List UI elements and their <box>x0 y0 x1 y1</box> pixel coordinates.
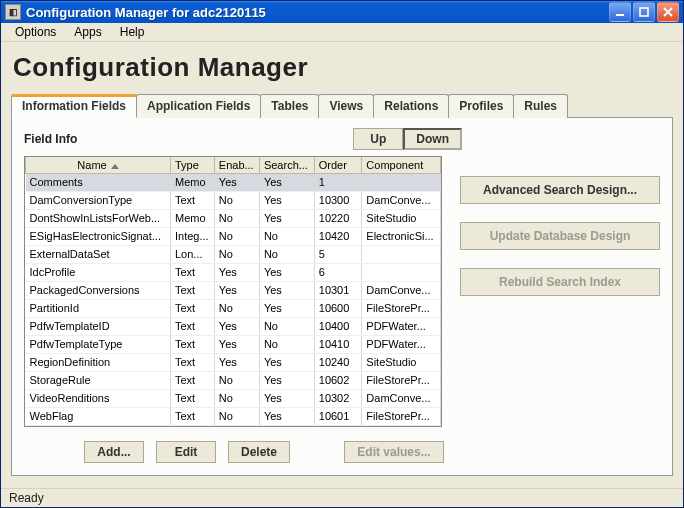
cell-enabled: No <box>214 228 259 246</box>
rebuild-search-index-button[interactable]: Rebuild Search Index <box>460 268 660 296</box>
field-table[interactable]: NameTypeEnab...Search...OrderComponent C… <box>24 156 442 427</box>
cell-name: ExternalDataSet <box>26 246 171 264</box>
cell-enabled: Yes <box>214 174 259 192</box>
cell-component <box>362 174 441 192</box>
cell-type: Text <box>171 372 215 390</box>
cell-name: PdfwTemplateID <box>26 318 171 336</box>
cell-searchable: Yes <box>259 174 314 192</box>
table-body: CommentsMemoYesYes1DamConversionTypeText… <box>26 174 441 426</box>
cell-order: 10220 <box>314 210 362 228</box>
cell-name: PdfwTemplateType <box>26 336 171 354</box>
cell-name: Comments <box>26 174 171 192</box>
cell-order: 10302 <box>314 390 362 408</box>
cell-searchable: No <box>259 318 314 336</box>
maximize-button[interactable] <box>633 2 655 22</box>
table-row[interactable]: DontShowInListsForWeb...MemoNoYes10220Si… <box>26 210 441 228</box>
cell-order: 10240 <box>314 354 362 372</box>
table-row[interactable]: PackagedConversionsTextYesYes10301DamCon… <box>26 282 441 300</box>
table-row[interactable]: PdfwTemplateTypeTextYesNo10410PDFWater..… <box>26 336 441 354</box>
table-row[interactable]: ExternalDataSetLon...NoNo5 <box>26 246 441 264</box>
column-header[interactable]: Type <box>171 157 215 174</box>
status-text: Ready <box>9 491 44 505</box>
cell-order: 10410 <box>314 336 362 354</box>
table-header-row: NameTypeEnab...Search...OrderComponent <box>26 157 441 174</box>
tab-information-fields[interactable]: Information Fields <box>11 94 137 118</box>
table-row[interactable]: VideoRenditionsTextNoYes10302DamConve... <box>26 390 441 408</box>
window-controls <box>609 2 679 22</box>
minimize-button[interactable] <box>609 2 631 22</box>
cell-type: Integ... <box>171 228 215 246</box>
cell-order: 10300 <box>314 192 362 210</box>
table-row[interactable]: DamConversionTypeTextNoYes10300DamConve.… <box>26 192 441 210</box>
cell-searchable: Yes <box>259 282 314 300</box>
cell-name: IdcProfile <box>26 264 171 282</box>
cell-component: FileStorePr... <box>362 372 441 390</box>
tab-relations[interactable]: Relations <box>373 94 449 118</box>
edit-button[interactable]: Edit <box>156 441 216 463</box>
cell-enabled: Yes <box>214 354 259 372</box>
menu-options[interactable]: Options <box>7 23 64 41</box>
delete-button[interactable]: Delete <box>228 441 290 463</box>
cell-type: Lon... <box>171 246 215 264</box>
cell-searchable: No <box>259 336 314 354</box>
cell-name: VideoRenditions <box>26 390 171 408</box>
table-row[interactable]: IdcProfileTextYesYes6 <box>26 264 441 282</box>
tab-views[interactable]: Views <box>318 94 374 118</box>
main-row: NameTypeEnab...Search...OrderComponent C… <box>24 156 660 427</box>
table-row[interactable]: PartitionIdTextNoYes10600FileStorePr... <box>26 300 441 318</box>
tab-application-fields[interactable]: Application Fields <box>136 94 261 118</box>
cell-searchable: No <box>259 246 314 264</box>
table-row[interactable]: RegionDefinitionTextYesYes10240SiteStudi… <box>26 354 441 372</box>
menu-help[interactable]: Help <box>112 23 153 41</box>
cell-component: PDFWater... <box>362 336 441 354</box>
table-row[interactable]: WebFlagTextNoYes10601FileStorePr... <box>26 408 441 426</box>
cell-searchable: Yes <box>259 192 314 210</box>
cell-searchable: Yes <box>259 300 314 318</box>
cell-order: 10600 <box>314 300 362 318</box>
table-row[interactable]: ESigHasElectronicSignat...Integ...NoNo10… <box>26 228 441 246</box>
cell-name: PackagedConversions <box>26 282 171 300</box>
tab-tables[interactable]: Tables <box>260 94 319 118</box>
cell-type: Text <box>171 408 215 426</box>
table-row[interactable]: PdfwTemplateIDTextYesNo10400PDFWater... <box>26 318 441 336</box>
column-header[interactable]: Name <box>26 157 171 174</box>
add-button[interactable]: Add... <box>84 441 144 463</box>
column-header[interactable]: Search... <box>259 157 314 174</box>
content-area: Configuration Manager Information Fields… <box>1 42 683 488</box>
cell-component: FileStorePr... <box>362 408 441 426</box>
reorder-controls: Up Down <box>353 128 462 150</box>
table-row[interactable]: StorageRuleTextNoYes10602FileStorePr... <box>26 372 441 390</box>
cell-searchable: Yes <box>259 354 314 372</box>
cell-enabled: No <box>214 192 259 210</box>
cell-order: 6 <box>314 264 362 282</box>
cell-component: ElectronicSi... <box>362 228 441 246</box>
cell-order: 1 <box>314 174 362 192</box>
column-header[interactable]: Enab... <box>214 157 259 174</box>
tab-profiles[interactable]: Profiles <box>448 94 514 118</box>
cell-type: Text <box>171 192 215 210</box>
update-database-design-button[interactable]: Update Database Design <box>460 222 660 250</box>
column-header[interactable]: Component <box>362 157 441 174</box>
cell-component: SiteStudio <box>362 354 441 372</box>
title-bar: ◧ Configuration Manager for adc2120115 <box>1 1 683 23</box>
down-button[interactable]: Down <box>403 128 462 150</box>
table-row[interactable]: CommentsMemoYesYes1 <box>26 174 441 192</box>
cell-order: 10602 <box>314 372 362 390</box>
spacer <box>302 441 332 463</box>
close-button[interactable] <box>657 2 679 22</box>
cell-enabled: Yes <box>214 336 259 354</box>
cell-name: DontShowInListsForWeb... <box>26 210 171 228</box>
up-button[interactable]: Up <box>353 128 403 150</box>
page-title: Configuration Manager <box>13 52 673 83</box>
advanced-search-design-button[interactable]: Advanced Search Design... <box>460 176 660 204</box>
edit-values-button[interactable]: Edit values... <box>344 441 444 463</box>
cell-name: DamConversionType <box>26 192 171 210</box>
cell-type: Text <box>171 300 215 318</box>
cell-enabled: No <box>214 390 259 408</box>
menu-apps[interactable]: Apps <box>66 23 109 41</box>
cell-order: 10601 <box>314 408 362 426</box>
cell-enabled: Yes <box>214 264 259 282</box>
tab-rules[interactable]: Rules <box>513 94 568 118</box>
bottom-button-bar: Add... Edit Delete Edit values... <box>24 441 660 463</box>
column-header[interactable]: Order <box>314 157 362 174</box>
